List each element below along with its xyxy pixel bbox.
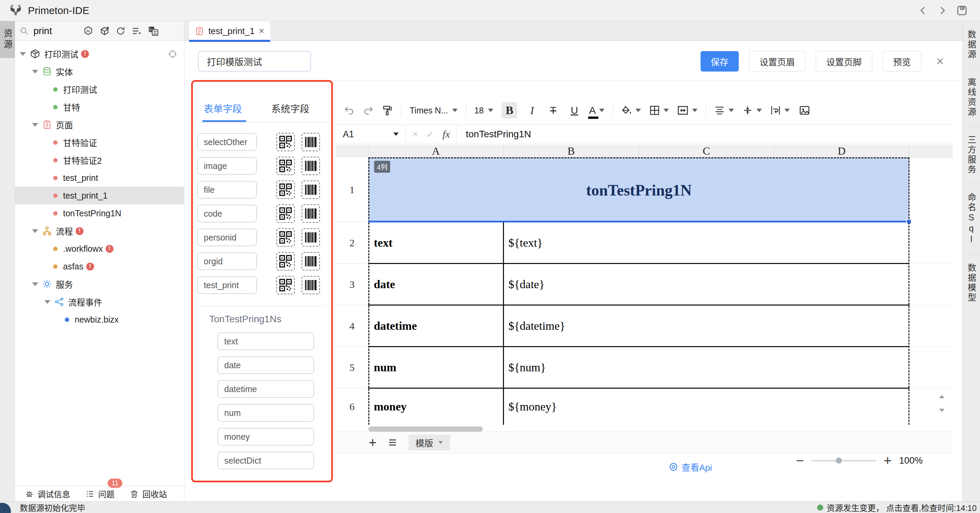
strip-tab-offline-resources[interactable]: 离线资源 bbox=[963, 69, 980, 126]
column-header-B[interactable]: B bbox=[504, 145, 639, 157]
resources-strip-tab[interactable]: 资源 bbox=[0, 21, 15, 58]
qr-code-button[interactable] bbox=[276, 204, 295, 223]
tree-item-workflow[interactable]: asfas ! bbox=[15, 257, 184, 275]
expander-icon[interactable] bbox=[32, 229, 38, 233]
cell-B2[interactable]: ${text} bbox=[504, 222, 543, 264]
zoom-slider-handle[interactable] bbox=[836, 457, 842, 464]
qr-code-button[interactable] bbox=[276, 157, 295, 175]
expander-icon[interactable] bbox=[32, 283, 38, 286]
refresh-icon[interactable] bbox=[116, 26, 126, 36]
tree-item-services[interactable]: 服务 bbox=[15, 275, 184, 293]
tab-form-fields[interactable]: 表单字段 bbox=[204, 102, 242, 122]
preview-button[interactable]: 预览 bbox=[883, 51, 921, 71]
field-chip[interactable]: selectDict bbox=[217, 452, 314, 469]
strip-tab-named-sql[interactable]: 命名Sql bbox=[963, 184, 980, 254]
tab-system-fields[interactable]: 系统字段 bbox=[271, 102, 309, 122]
field-chip[interactable]: num bbox=[217, 404, 314, 422]
recycle-bin-button[interactable]: 回收站 bbox=[129, 488, 167, 500]
bold-button[interactable]: B bbox=[501, 102, 518, 119]
field-chip[interactable]: selectOther bbox=[197, 133, 257, 151]
qr-code-button[interactable] bbox=[276, 133, 295, 151]
tree-item-page-selected[interactable]: test_print_1 bbox=[15, 187, 184, 204]
zoom-slider[interactable] bbox=[811, 460, 876, 462]
tab-test-print-1[interactable]: test_print_1 × bbox=[189, 21, 270, 41]
sort-filter-icon[interactable] bbox=[132, 26, 142, 36]
barcode-button[interactable] bbox=[302, 228, 320, 247]
italic-button[interactable]: I bbox=[525, 102, 538, 119]
zoom-out-icon[interactable]: − bbox=[796, 454, 804, 467]
sheet-row-3[interactable]: date ${date} bbox=[368, 264, 910, 305]
problems-button[interactable]: 问题 11 bbox=[85, 488, 115, 500]
sheet-tab-template[interactable]: 模版 bbox=[409, 435, 450, 450]
expander-icon[interactable] bbox=[20, 52, 26, 56]
strip-tab-third-party-services[interactable]: 三方服务 bbox=[963, 126, 980, 184]
tree-item-page[interactable]: 甘特验证2 bbox=[15, 151, 184, 169]
field-chip[interactable]: code bbox=[197, 205, 257, 222]
tree-item-flow-events[interactable]: 流程事件 bbox=[15, 293, 184, 311]
tree-item-workflows[interactable]: 流程 ! bbox=[15, 222, 184, 240]
tree-item-page[interactable]: tonTestPring1N bbox=[15, 204, 184, 222]
column-header-D[interactable]: D bbox=[774, 145, 910, 157]
project-settings-icon[interactable] bbox=[168, 49, 177, 59]
tree-item-entity[interactable]: 打印测试 bbox=[15, 80, 184, 98]
sheet-list-icon[interactable] bbox=[387, 437, 398, 448]
barcode-button[interactable] bbox=[302, 204, 320, 223]
field-chip[interactable]: image bbox=[197, 157, 257, 175]
search-input[interactable]: print bbox=[33, 25, 52, 37]
tree-item-project[interactable]: 打印测试 ! bbox=[15, 45, 184, 63]
field-chip[interactable]: text bbox=[217, 332, 314, 350]
zoom-in-icon[interactable]: + bbox=[884, 454, 891, 467]
cell-A6[interactable]: money bbox=[368, 388, 504, 425]
cell-B5[interactable]: ${num} bbox=[504, 347, 546, 388]
view-api-link[interactable]: 查看Api bbox=[669, 461, 712, 473]
barcode-button[interactable] bbox=[302, 252, 320, 270]
tree-item-bizx[interactable]: newbiz.bizx bbox=[15, 311, 184, 329]
scroll-up-icon[interactable] bbox=[939, 395, 945, 398]
nav-back-icon[interactable] bbox=[918, 5, 928, 16]
save-all-icon[interactable] bbox=[956, 5, 968, 16]
format-painter-icon[interactable] bbox=[382, 105, 393, 116]
field-chip[interactable]: date bbox=[217, 356, 314, 374]
borders-button[interactable] bbox=[649, 102, 669, 119]
merge-cells-button[interactable] bbox=[677, 102, 697, 119]
translate-icon[interactable] bbox=[148, 25, 159, 37]
column-header-A[interactable]: A bbox=[368, 145, 504, 157]
cell-A3[interactable]: date bbox=[368, 264, 504, 305]
field-chip[interactable]: datetime bbox=[217, 380, 314, 398]
nav-forward-icon[interactable] bbox=[937, 5, 947, 16]
column-header-C[interactable]: C bbox=[639, 145, 774, 157]
insert-image-button[interactable] bbox=[798, 102, 811, 119]
save-button[interactable]: 保存 bbox=[701, 51, 739, 71]
underline-button[interactable]: U bbox=[568, 102, 581, 119]
cell-reference-box[interactable]: A1 bbox=[336, 125, 406, 144]
spreadsheet-grid[interactable]: A B C D 1 2 3 4 5 6 tonTestPring1N 4列 te… bbox=[336, 145, 953, 425]
formula-input[interactable]: tonTestPring1N bbox=[457, 129, 531, 140]
sheet-row-5[interactable]: num ${num} bbox=[368, 347, 910, 388]
row-header-3[interactable]: 3 bbox=[336, 264, 368, 305]
tab-close-icon[interactable]: × bbox=[259, 25, 264, 37]
expander-icon[interactable] bbox=[44, 300, 51, 304]
font-family-select[interactable]: Times N... bbox=[410, 106, 458, 116]
field-chip[interactable]: personid bbox=[197, 229, 257, 246]
tree-item-entity[interactable]: 甘特 bbox=[15, 98, 184, 116]
vertical-align-button[interactable] bbox=[742, 102, 762, 119]
tree-item-pages[interactable]: 页面 bbox=[15, 116, 184, 133]
undo-icon[interactable] bbox=[344, 105, 355, 116]
expander-icon[interactable] bbox=[32, 70, 38, 73]
fill-color-button[interactable] bbox=[621, 102, 641, 119]
field-chip[interactable]: test_print bbox=[197, 276, 257, 294]
strikethrough-button[interactable]: T bbox=[547, 102, 560, 119]
tree-item-workflow[interactable]: .workflowx ! bbox=[15, 240, 184, 257]
add-sheet-icon[interactable]: + bbox=[369, 436, 377, 449]
sheet-row-2[interactable]: text ${text} bbox=[368, 222, 910, 264]
merged-title-cell[interactable]: tonTestPring1N bbox=[368, 157, 910, 222]
strip-tab-data-model[interactable]: 数据模型 bbox=[963, 254, 980, 312]
row-header-1[interactable]: 1 bbox=[336, 157, 368, 222]
resource-change-notice[interactable]: 资源发生变更， 点击查看,检查时间:14:10 bbox=[817, 502, 977, 513]
editor-close-icon[interactable]: × bbox=[936, 54, 944, 69]
qr-code-button[interactable] bbox=[276, 276, 295, 294]
qr-code-button[interactable] bbox=[276, 228, 295, 247]
field-chip[interactable]: money bbox=[217, 428, 314, 446]
function-icon[interactable]: fx bbox=[442, 129, 450, 140]
tree-item-page[interactable]: test_print bbox=[15, 169, 184, 187]
